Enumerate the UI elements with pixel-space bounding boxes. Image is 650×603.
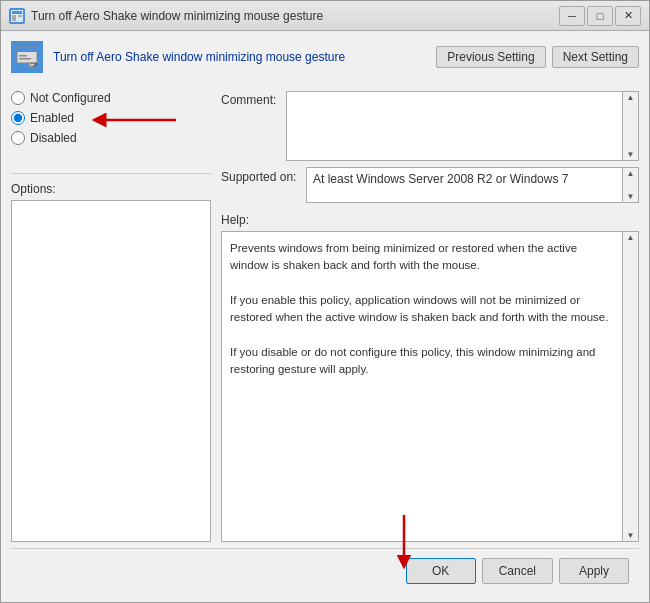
left-panel: Not Configured Enabled xyxy=(11,91,211,542)
cancel-button[interactable]: Cancel xyxy=(482,558,553,584)
title-bar: Turn off Aero Shake window minimizing mo… xyxy=(1,1,649,31)
help-label: Help: xyxy=(221,213,639,227)
radio-group: Not Configured Enabled xyxy=(11,91,211,145)
minimize-button[interactable]: ─ xyxy=(559,6,585,26)
svg-rect-2 xyxy=(12,15,16,21)
options-section: Options: xyxy=(11,182,211,542)
help-section: Help: Prevents windows from being minimi… xyxy=(221,213,639,542)
main-window: Turn off Aero Shake window minimizing mo… xyxy=(0,0,650,603)
help-scroll-up: ▲ xyxy=(627,233,635,242)
header-title: Turn off Aero Shake window minimizing mo… xyxy=(53,50,436,64)
help-scrollbar: ▲ ▼ xyxy=(622,232,638,541)
disabled-radio[interactable] xyxy=(11,131,25,145)
apply-button[interactable]: Apply xyxy=(559,558,629,584)
svg-rect-7 xyxy=(19,58,31,60)
not-configured-radio[interactable] xyxy=(11,91,25,105)
bottom-bar: OK Cancel Apply xyxy=(11,548,639,592)
options-label: Options: xyxy=(11,182,211,196)
supported-scrollbar: ▲ ▼ xyxy=(623,167,639,203)
supported-scroll-down: ▼ xyxy=(627,192,635,201)
supported-value: At least Windows Server 2008 R2 or Windo… xyxy=(306,167,623,203)
supported-scroll-up: ▲ xyxy=(627,169,635,178)
supported-label: Supported on: xyxy=(221,167,306,184)
header-section: GP Turn off Aero Shake window minimizing… xyxy=(11,41,639,81)
disabled-label: Disabled xyxy=(30,131,77,145)
close-button[interactable]: ✕ xyxy=(615,6,641,26)
policy-icon: GP xyxy=(11,41,43,73)
svg-rect-5 xyxy=(17,47,37,52)
comment-textarea[interactable] xyxy=(286,91,623,161)
svg-rect-6 xyxy=(19,55,27,57)
comment-section: Comment: ▲ ▼ xyxy=(221,91,639,161)
not-configured-option[interactable]: Not Configured xyxy=(11,91,211,105)
window-icon xyxy=(9,8,25,24)
window-controls: ─ □ ✕ xyxy=(559,6,641,26)
help-text: Prevents windows from being minimized or… xyxy=(222,232,622,541)
supported-section: Supported on: At least Windows Server 20… xyxy=(221,167,639,203)
navigation-buttons: Previous Setting Next Setting xyxy=(436,46,639,68)
help-scroll-down: ▼ xyxy=(627,531,635,540)
comment-label: Comment: xyxy=(221,91,286,107)
right-panel: Comment: ▲ ▼ Supported on: At least Wind… xyxy=(221,91,639,542)
disabled-option[interactable]: Disabled xyxy=(11,131,211,145)
svg-text:GP: GP xyxy=(30,62,38,68)
enabled-label: Enabled xyxy=(30,111,74,125)
dialog-content: GP Turn off Aero Shake window minimizing… xyxy=(1,31,649,602)
next-setting-button[interactable]: Next Setting xyxy=(552,46,639,68)
scroll-up-arrow: ▲ xyxy=(627,93,635,102)
not-configured-label: Not Configured xyxy=(30,91,111,105)
previous-setting-button[interactable]: Previous Setting xyxy=(436,46,545,68)
scroll-down-arrow: ▼ xyxy=(627,150,635,159)
help-box: Prevents windows from being minimized or… xyxy=(221,231,639,542)
enabled-option[interactable]: Enabled xyxy=(11,111,211,125)
comment-scrollbar: ▲ ▼ xyxy=(623,91,639,161)
options-box xyxy=(11,200,211,542)
enabled-radio[interactable] xyxy=(11,111,25,125)
window-title: Turn off Aero Shake window minimizing mo… xyxy=(31,9,559,23)
separator-1 xyxy=(11,173,211,174)
maximize-button[interactable]: □ xyxy=(587,6,613,26)
svg-rect-3 xyxy=(18,15,22,17)
svg-rect-1 xyxy=(12,11,22,14)
